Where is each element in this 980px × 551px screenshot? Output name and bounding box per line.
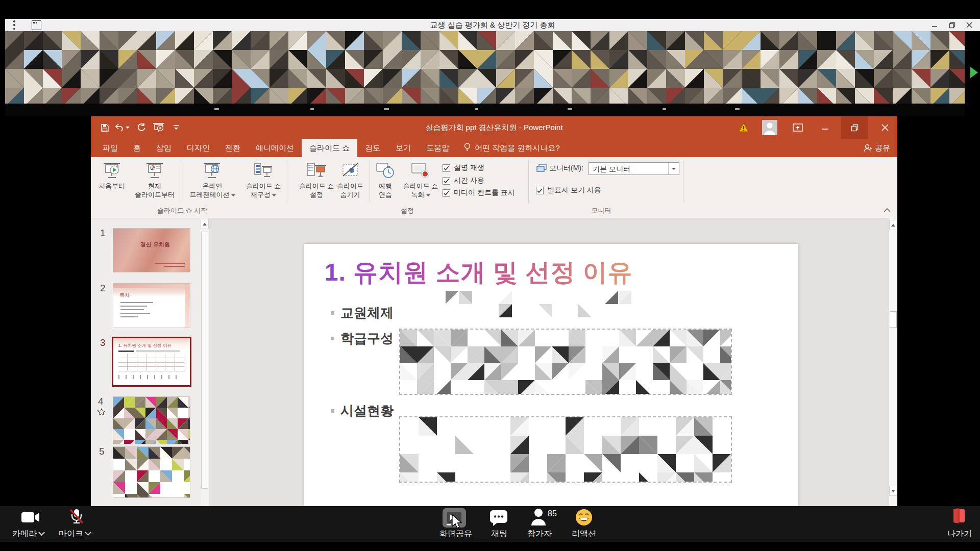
select-caret-icon[interactable] <box>668 163 679 174</box>
slide-thumbnail-4-pixelated[interactable] <box>113 397 190 444</box>
tab-review[interactable]: 검토 <box>357 139 388 157</box>
group-label-start: 슬라이드 쇼 시작 <box>144 206 220 215</box>
slide-editor-area: 1. 유치원 소개 및 선정 이유 교원체제 학급구성 시설현황 <box>209 218 889 506</box>
leave-door-icon[interactable] <box>950 508 967 528</box>
from-beginning-icon <box>94 159 130 180</box>
tab-slideshow[interactable]: 슬라이드 쇼 <box>302 139 357 157</box>
checkbox-play-narrations[interactable]: 설명 재생 <box>443 163 484 172</box>
chat-button[interactable]: 채팅 <box>491 529 507 539</box>
censored-region-facility-table[interactable] <box>399 416 732 483</box>
camera-icon[interactable] <box>21 511 40 525</box>
slide-number-selected: 3 <box>100 337 106 348</box>
checkbox-use-timings[interactable]: 시간 사용 <box>443 176 484 185</box>
expand-panel-arrow-icon[interactable] <box>970 67 978 78</box>
slide-thumbnail-1[interactable]: 경산 유치원 <box>113 229 190 272</box>
rehearse-timings-icon <box>373 159 398 180</box>
ribbon-display-options-icon[interactable] <box>790 116 805 139</box>
reactions-emoji-icon[interactable] <box>575 508 593 529</box>
tab-design[interactable]: 디자인 <box>179 139 217 157</box>
slide-number: 5 <box>99 446 105 457</box>
chat-icon[interactable] <box>489 509 508 529</box>
collapse-ribbon-button[interactable] <box>883 206 892 213</box>
bullet-facility-status: 시설현황 <box>331 402 394 420</box>
censored-text-fragments <box>419 291 715 317</box>
hide-slide-button[interactable]: 슬라이드 숨기기 <box>333 159 368 199</box>
monitor-field-label: 모니터(M): <box>549 164 583 173</box>
present-online-button[interactable]: 온라인 프레젠테이션 <box>184 159 241 199</box>
dropdown-caret-icon <box>272 194 276 196</box>
slide-thumbnail-2[interactable]: 목차 <box>113 284 190 328</box>
dropdown-caret-icon <box>426 194 430 196</box>
slide-canvas[interactable]: 1. 유치원 소개 및 선정 이유 교원체제 학급구성 시설현황 <box>304 244 798 506</box>
from-current-slide-button[interactable]: 현재 슬라이드부터 <box>131 159 179 199</box>
tell-me-hint: 어떤 작업을 원하시나요? <box>475 143 560 153</box>
mic-muted-icon[interactable] <box>68 509 85 527</box>
group-label-monitor: 모니터 <box>571 206 632 215</box>
powerpoint-window: 실습평가회 ppt 경산유치원 - PowerPoint 파일 홈 삽입 디자인… <box>91 116 897 506</box>
warning-icon[interactable] <box>737 116 750 139</box>
participant-count-badge: 85 <box>548 509 557 518</box>
camera-button[interactable]: 카메라 <box>12 529 44 539</box>
participants-button[interactable]: 참가자 <box>527 529 552 539</box>
slide-title: 1. 유치원 소개 및 선정 이유 <box>325 256 633 289</box>
powerpoint-title-bar[interactable]: 실습평가회 ppt 경산유치원 - PowerPoint <box>91 116 897 139</box>
censored-region-class-table[interactable] <box>399 329 732 395</box>
editor-scrollbar[interactable] <box>889 218 897 506</box>
restore-window-button[interactable] <box>943 19 961 31</box>
present-online-icon <box>184 159 241 180</box>
ribbon-slideshow: 처음부터 현재 슬라이드부터 온라인 프레젠테이션 슬라이드 쇼 재구성 <box>91 157 897 218</box>
tab-transitions[interactable]: 전환 <box>217 139 248 157</box>
bullet-dot <box>331 409 334 413</box>
custom-slideshow-button[interactable]: 슬라이드 쇼 재구성 <box>242 159 285 199</box>
leave-button[interactable]: 나가기 <box>947 529 972 539</box>
checkbox-checked-icon <box>443 189 450 197</box>
ribbon-tab-bar: 파일 홈 삽입 디자인 전환 애니메이션 슬라이드 쇼 검토 보기 도움말 어떤… <box>91 139 897 157</box>
tab-view[interactable]: 보기 <box>388 139 419 157</box>
conference-title: 교생 실습 평가회 & 상반기 정기 총회 <box>5 19 980 31</box>
reactions-button[interactable]: 리액션 <box>572 529 596 539</box>
mic-button[interactable]: 마이크 <box>59 529 90 539</box>
from-beginning-button[interactable]: 처음부터 <box>94 159 130 190</box>
checkbox-show-media-controls[interactable]: 미디어 컨트롤 표시 <box>443 188 515 197</box>
video-strip-lower-band <box>5 104 965 116</box>
scrollbar-thumb[interactable] <box>890 311 897 328</box>
hide-slide-icon <box>333 159 368 180</box>
scroll-up-button[interactable] <box>889 220 897 230</box>
lightbulb-icon <box>464 143 471 153</box>
monitor-select[interactable]: 기본 모니터 <box>589 162 679 175</box>
user-avatar[interactable] <box>762 116 778 139</box>
checkbox-checked-icon <box>443 177 450 185</box>
mouse-cursor <box>451 514 463 532</box>
tab-animations[interactable]: 애니메이션 <box>248 139 302 157</box>
checkbox-use-presenter-view[interactable]: 발표자 보기 사용 <box>536 186 601 195</box>
tab-file[interactable]: 파일 <box>95 139 126 157</box>
chevron-down-icon <box>38 529 45 536</box>
scroll-down-button[interactable] <box>889 486 897 496</box>
scrollbar-thumb[interactable] <box>201 232 208 489</box>
rehearse-timings-button[interactable]: 예행 연습 <box>373 159 398 199</box>
thumbnail-scrollbar[interactable] <box>201 218 209 506</box>
tab-help[interactable]: 도움말 <box>419 139 457 157</box>
close-button[interactable] <box>877 116 893 139</box>
scroll-up-button[interactable] <box>201 219 209 229</box>
minimize-window-button[interactable] <box>926 19 943 31</box>
record-slideshow-button[interactable]: 슬라이드 쇼 녹화 <box>398 159 443 199</box>
conference-title-bar: 교생 실습 평가회 & 상반기 정기 총회 <box>5 19 980 31</box>
bullet-dot <box>331 311 334 315</box>
group-label-settings: 설정 <box>377 206 438 215</box>
share-person-icon <box>864 144 872 152</box>
slide-thumbnail-5-pixelated[interactable] <box>113 447 190 497</box>
participants-icon[interactable] <box>531 508 547 528</box>
participant-videos-pixelated[interactable] <box>5 31 965 104</box>
share-button[interactable]: 공유 <box>864 139 890 157</box>
from-current-slide-icon <box>131 159 179 180</box>
close-window-button[interactable] <box>961 19 978 31</box>
tab-insert[interactable]: 삽입 <box>149 139 179 157</box>
slide-thumbnail-3-selected[interactable]: 1. 유치원 소개 및 선정 이유 <box>113 338 190 385</box>
dropdown-caret-icon <box>231 194 235 196</box>
tab-home[interactable]: 홈 <box>126 139 149 157</box>
workspace: 1 경산 유치원 2 목차 3 <box>91 218 897 506</box>
tell-me-search[interactable]: 어떤 작업을 원하시나요? <box>457 139 567 157</box>
minimize-button[interactable] <box>818 116 833 139</box>
restore-button[interactable] <box>841 116 868 139</box>
